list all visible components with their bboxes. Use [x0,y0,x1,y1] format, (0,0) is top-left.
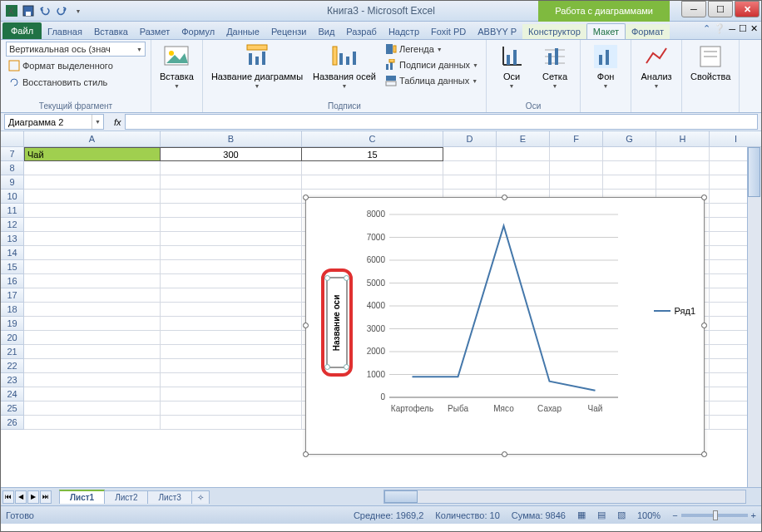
cell-A21[interactable] [24,345,161,359]
cell-B7[interactable]: 300 [161,147,302,161]
tab-review[interactable]: Рецензи [265,24,313,39]
doc-restore-icon[interactable]: ☐ [739,23,747,34]
row-header-20[interactable]: 20 [1,331,24,345]
row-header-7[interactable]: 7 [1,147,24,161]
tab-abbyy[interactable]: ABBYY P [472,24,522,39]
column-header-D[interactable]: D [443,131,497,147]
cell-B10[interactable] [161,190,302,204]
cell-B20[interactable] [161,331,302,345]
fx-icon[interactable]: fx [114,117,121,127]
sheet-nav-prev[interactable]: ◀ [15,490,27,504]
cell-B22[interactable] [161,359,302,373]
horizontal-scrollbar[interactable] [383,490,746,504]
row-header-21[interactable]: 21 [1,345,24,359]
tab-data[interactable]: Данные [220,24,265,39]
cell-A7[interactable]: Чай [24,147,161,161]
cell-A14[interactable] [24,246,161,260]
tab-file[interactable]: Файл [2,22,42,39]
zoom-out-icon[interactable]: − [672,510,677,520]
row-header-24[interactable]: 24 [1,387,24,401]
cell-A24[interactable] [24,387,161,401]
cell-E9[interactable] [497,175,550,190]
row-header-14[interactable]: 14 [1,246,24,260]
cell-A15[interactable] [24,260,161,274]
cell-C7[interactable]: 15 [302,147,443,161]
row-header-17[interactable]: 17 [1,288,24,303]
cell-H9[interactable] [656,175,710,190]
chart-title-button[interactable]: Название диаграммы▼ [208,42,306,91]
view-normal-icon[interactable]: ▦ [577,510,586,520]
cell-F9[interactable] [550,175,603,190]
cell-B13[interactable] [161,232,302,246]
chart-legend[interactable]: Ряд1 [654,306,695,316]
cell-A26[interactable] [24,416,161,430]
row-header-12[interactable]: 12 [1,218,24,232]
view-page-layout-icon[interactable]: ▤ [597,510,606,520]
zoom-in-icon[interactable]: + [751,510,756,520]
cell-G7[interactable] [603,147,656,161]
sheet-nav-next[interactable]: ▶ [27,490,39,504]
cell-H7[interactable] [656,147,710,161]
cell-B25[interactable] [161,401,302,416]
cell-B21[interactable] [161,345,302,359]
cell-B19[interactable] [161,317,302,331]
row-header-23[interactable]: 23 [1,373,24,387]
cell-A18[interactable] [24,303,161,317]
vertical-scroll-thumb[interactable] [748,147,760,197]
axis-titles-button[interactable]: Названия осей▼ [309,42,379,91]
chart-handle-e[interactable] [701,323,707,328]
row-header-16[interactable]: 16 [1,274,24,288]
name-box[interactable]: Диаграмма 2▼ [4,114,104,130]
cell-A22[interactable] [24,359,161,373]
tab-page-layout[interactable]: Размет [134,24,176,39]
cell-B23[interactable] [161,373,302,387]
minimize-ribbon-icon[interactable]: ⌃ [703,23,710,34]
select-all-corner[interactable] [1,131,24,147]
chart-handle-w[interactable] [303,323,309,328]
cell-E7[interactable] [497,147,550,161]
column-header-E[interactable]: E [497,131,550,147]
column-header-B[interactable]: B [161,131,302,147]
cell-A16[interactable] [24,274,161,288]
column-header-F[interactable]: F [550,131,603,147]
data-labels-button[interactable]: Подписи данных▼ [383,57,481,72]
cell-B14[interactable] [161,246,302,260]
formula-bar[interactable] [125,114,758,130]
reset-style-button[interactable]: Восстановить стиль [6,75,110,90]
cell-D9[interactable] [443,175,497,190]
properties-button[interactable]: Свойства [687,42,734,83]
sheet-nav-first[interactable]: ⏮ [2,490,14,504]
qat-customize-icon[interactable]: ▼ [71,3,86,18]
cell-B15[interactable] [161,260,302,274]
name-box-dropdown-icon[interactable]: ▼ [92,115,103,129]
doc-close-icon[interactable]: ✕ [750,23,758,34]
chart-handle-s[interactable] [502,451,507,457]
chart-element-selector[interactable]: Вертикальная ось (знач▼ [6,42,146,57]
tab-foxit[interactable]: Foxit PD [425,24,472,39]
cell-A19[interactable] [24,317,161,331]
chart-handle-ne[interactable] [701,195,707,200]
row-header-8[interactable]: 8 [1,161,24,175]
zoom-slider[interactable]: −+ [672,510,756,520]
row-header-18[interactable]: 18 [1,303,24,317]
cell-A23[interactable] [24,373,161,387]
cell-A17[interactable] [24,288,161,303]
cell-B16[interactable] [161,274,302,288]
sheet-tab-3[interactable]: Лист3 [147,490,191,504]
row-header-13[interactable]: 13 [1,232,24,246]
cell-A20[interactable] [24,331,161,345]
cell-grid[interactable]: Чай30015 0100020003000400050006000700080… [24,147,762,487]
cell-A12[interactable] [24,218,161,232]
chart-handle-se[interactable] [701,451,707,457]
tab-insert[interactable]: Вставка [88,24,134,39]
sheet-nav-last[interactable]: ⏭ [40,490,52,504]
cell-C8[interactable] [302,161,443,175]
column-header-I[interactable]: I [710,131,762,147]
gridlines-button[interactable]: Сетка▼ [535,42,575,91]
chart-plot-area[interactable]: 010002000300040005000600070008000Картофе… [356,210,622,418]
zoom-level[interactable]: 100% [637,510,661,520]
cell-B11[interactable] [161,204,302,218]
chart-handle-n[interactable] [502,195,507,200]
cell-B17[interactable] [161,288,302,303]
cell-B18[interactable] [161,303,302,317]
